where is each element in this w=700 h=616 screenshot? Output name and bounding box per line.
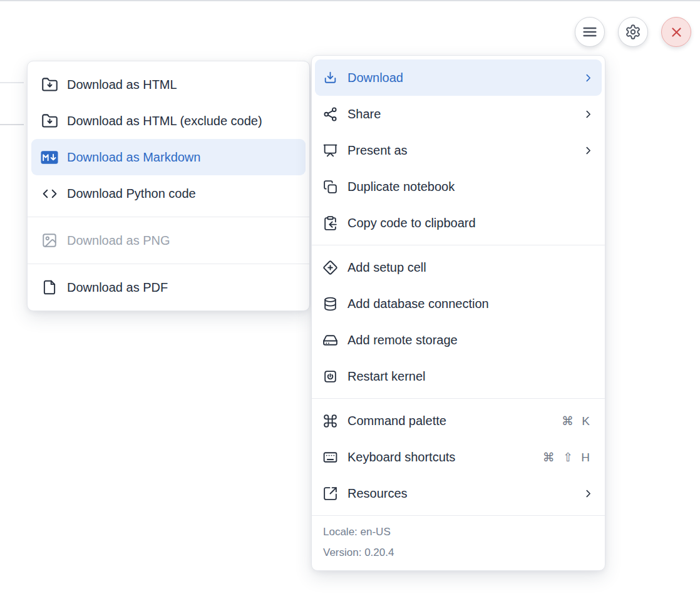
folder-down-icon bbox=[41, 112, 58, 130]
menu-item-download[interactable]: Download bbox=[315, 59, 602, 96]
menu-item-add-setup-cell[interactable]: Add setup cell bbox=[312, 249, 605, 285]
menu-item-label: Keyboard shortcuts bbox=[347, 450, 543, 465]
menu-item-label: Download as Markdown bbox=[67, 150, 298, 165]
chevron-right-icon bbox=[581, 486, 595, 500]
database-icon bbox=[321, 295, 339, 312]
square-power-icon bbox=[321, 367, 339, 385]
menu-item-label: Present as bbox=[347, 143, 581, 158]
menu-item-download-as-html[interactable]: Download as HTML bbox=[28, 66, 309, 103]
menu-item-label: Add database connection bbox=[347, 297, 592, 311]
gear-icon bbox=[625, 24, 641, 40]
chevron-right-icon bbox=[581, 107, 595, 121]
shortcut-hint: ⌘ ⇧ H bbox=[543, 450, 592, 465]
menu-footer: Locale: en-US Version: 0.20.4 bbox=[312, 515, 605, 570]
menu-item-label: Restart kernel bbox=[347, 369, 592, 384]
download-submenu: Download as HTMLDownload as HTML (exclud… bbox=[27, 61, 310, 311]
menu-item-label: Resources bbox=[347, 486, 581, 501]
keyboard-icon bbox=[321, 448, 339, 466]
menu-item-add-database-connection[interactable]: Add database connection bbox=[312, 285, 605, 322]
close-icon bbox=[669, 24, 684, 40]
version-text: Version: 0.20.4 bbox=[323, 542, 594, 563]
menu-item-download-as-html-exclude-code[interactable]: Download as HTML (exclude code) bbox=[28, 103, 309, 139]
folder-down-icon bbox=[41, 76, 58, 93]
clipboard-copy-icon bbox=[321, 214, 339, 232]
settings-button[interactable] bbox=[618, 17, 648, 47]
menu-item-label: Download as PNG bbox=[67, 234, 298, 248]
menu-divider bbox=[312, 245, 605, 245]
menu-item-duplicate-notebook[interactable]: Duplicate notebook bbox=[312, 168, 605, 205]
download-icon bbox=[321, 69, 339, 86]
menu-item-label: Download as HTML (exclude code) bbox=[67, 114, 298, 128]
menu-item-present-as[interactable]: Present as bbox=[312, 132, 605, 168]
menu-item-label: Add remote storage bbox=[347, 333, 592, 347]
shortcut-hint: ⌘ K bbox=[562, 414, 592, 428]
hamburger-icon bbox=[580, 23, 599, 41]
image-icon bbox=[41, 232, 58, 249]
menu-divider bbox=[28, 264, 309, 264]
diamond-plus-icon bbox=[321, 259, 339, 276]
menu-item-copy-code-to-clipboard[interactable]: Copy code to clipboard bbox=[312, 205, 605, 241]
locale-text: Locale: en-US bbox=[323, 521, 594, 542]
menu-divider bbox=[28, 217, 309, 217]
menu-item-label: Share bbox=[347, 107, 581, 121]
close-button[interactable] bbox=[661, 17, 691, 47]
menu-item-label: Add setup cell bbox=[347, 260, 592, 275]
menu-item-add-remote-storage[interactable]: Add remote storage bbox=[312, 322, 605, 358]
menu-item-label: Copy code to clipboard bbox=[347, 216, 592, 230]
chevron-right-icon bbox=[581, 71, 595, 85]
background-rule-line bbox=[0, 124, 24, 125]
presentation-icon bbox=[321, 141, 339, 159]
page-top-border bbox=[0, 0, 700, 1]
menu-item-download-as-markdown[interactable]: Download as Markdown bbox=[31, 139, 306, 175]
menu-item-keyboard-shortcuts[interactable]: Keyboard shortcuts⌘ ⇧ H bbox=[312, 439, 605, 475]
menu-item-command-palette[interactable]: Command palette⌘ K bbox=[312, 403, 605, 439]
code-icon bbox=[41, 185, 58, 202]
menu-item-label: Download as HTML bbox=[67, 78, 298, 92]
menu-item-label: Download bbox=[347, 71, 581, 85]
menu-item-label: Duplicate notebook bbox=[347, 180, 592, 194]
menu-item-restart-kernel[interactable]: Restart kernel bbox=[312, 358, 605, 394]
command-icon bbox=[321, 412, 339, 429]
markdown-icon bbox=[41, 148, 58, 166]
background-rule-line bbox=[0, 82, 24, 83]
menu-item-share[interactable]: Share bbox=[312, 96, 605, 132]
chevron-right-icon bbox=[581, 143, 595, 157]
notebook-action-toolbar bbox=[575, 17, 691, 47]
file-icon bbox=[41, 279, 58, 296]
menu-divider bbox=[312, 398, 605, 399]
menu-item-label: Command palette bbox=[347, 414, 562, 428]
menu-item-download-python-code[interactable]: Download Python code bbox=[28, 175, 309, 212]
menu-item-label: Download as PDF bbox=[67, 280, 298, 295]
notebook-menu: DownloadSharePresent asDuplicate noteboo… bbox=[311, 55, 605, 571]
menu-item-download-as-pdf[interactable]: Download as PDF bbox=[28, 269, 309, 305]
menu-item-resources[interactable]: Resources bbox=[312, 475, 605, 511]
menu-item-download-as-png: Download as PNG bbox=[28, 222, 309, 259]
copy-icon bbox=[321, 178, 339, 195]
hard-drive-icon bbox=[321, 331, 339, 349]
menu-toggle-button[interactable] bbox=[575, 17, 605, 47]
menu-item-label: Download Python code bbox=[67, 187, 298, 201]
external-link-icon bbox=[321, 485, 339, 502]
share-icon bbox=[321, 105, 339, 123]
